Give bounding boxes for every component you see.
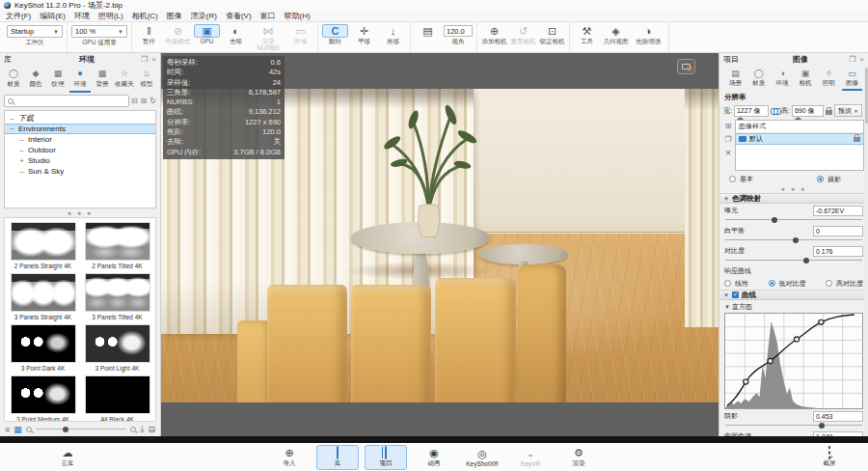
undock-icon[interactable]: ❐: [849, 55, 855, 64]
panel-splitter[interactable]: ● ● ●: [719, 185, 868, 193]
menu-window[interactable]: 窗口: [260, 11, 276, 21]
env-thumb-3-point-light[interactable]: 3 Point Light 4K: [81, 324, 153, 375]
exposure-slider[interactable]: [725, 216, 862, 224]
menu-view[interactable]: 查看(V): [226, 11, 252, 21]
menu-lighting[interactable]: 照明(L): [98, 11, 123, 21]
preset-dropdown[interactable]: 预设▼: [834, 104, 862, 117]
tab-image[interactable]: ▭ 图像: [842, 67, 862, 91]
light-enhance-button[interactable]: ◑ 光能增强: [632, 24, 665, 44]
gpu-toggle-button[interactable]: ▣ GPU: [194, 24, 220, 44]
folder-icon[interactable]: ⊟: [148, 425, 155, 434]
folder-add-icon[interactable]: ⊟: [131, 97, 138, 105]
close-icon[interactable]: ×: [151, 55, 156, 64]
fov-input[interactable]: 120.0: [444, 25, 473, 37]
zoom-in-icon[interactable]: [130, 427, 136, 432]
camera-lock-indicator[interactable]: [677, 59, 695, 74]
realtime-viewport[interactable]: 每秒采样:0.6 时间:42s 采样值:24 三角形:6,178,587 NUR…: [161, 53, 719, 436]
tab-materials[interactable]: ◯ 材质: [3, 67, 24, 93]
gpu-usage-dropdown[interactable]: 100 %▼: [71, 25, 127, 38]
folder-sync-icon[interactable]: ⊞: [141, 97, 148, 105]
tumble-button[interactable]: C 翻转: [322, 24, 348, 44]
tree-item-outdoor[interactable]: ‒ Outdoor: [5, 145, 155, 155]
env-thumb-3-point-medium[interactable]: 3 Point Medium 4K: [7, 375, 79, 422]
refresh-icon[interactable]: ↻: [149, 97, 156, 105]
menu-edit[interactable]: 编辑(E): [40, 11, 66, 21]
exposure-input[interactable]: -0.672EV: [813, 206, 863, 216]
keyshotxr-button[interactable]: ◎ KeyShotXR: [461, 445, 503, 470]
tab-material[interactable]: ◯ 材质: [748, 67, 769, 91]
env-thumb-2-panels-straight[interactable]: 2 Panels Straight 4K: [7, 222, 79, 273]
width-input[interactable]: 1227 像素: [734, 105, 769, 117]
tab-lighting[interactable]: ✧ 照明: [819, 67, 839, 91]
render-nurbs-button[interactable]: ⋈ 渲染 NURBS: [252, 24, 285, 51]
zoom-out-icon[interactable]: [26, 427, 32, 432]
add-camera-button[interactable]: ⊕ 添加相机: [481, 24, 507, 44]
expander-icon[interactable]: −: [9, 124, 15, 134]
shadow-slider[interactable]: [725, 422, 862, 429]
lock-camera-button[interactable]: ⊡ 锁定相机: [539, 24, 565, 44]
menu-environment[interactable]: 环境: [74, 11, 90, 21]
tab-environments[interactable]: ● 环境: [69, 67, 91, 93]
library-toggle-button[interactable]: 库: [316, 445, 359, 470]
dolly-button[interactable]: ↓ 推移: [380, 24, 406, 44]
tools-button[interactable]: ⚒ 工具: [574, 24, 600, 44]
tree-item-studio[interactable]: + Studio: [5, 155, 155, 166]
performance-mode-button[interactable]: ⊘ 性能模式: [165, 24, 191, 44]
shadow-input[interactable]: 0.453: [813, 411, 863, 422]
style-item-default[interactable]: 默认: [736, 133, 863, 145]
radio-basic[interactable]: [729, 176, 736, 182]
region-render-button[interactable]: ▭ 区域: [287, 24, 313, 44]
tab-backplates[interactable]: ▩ 背景: [92, 67, 113, 93]
pan-button[interactable]: ✛ 平移: [351, 24, 377, 44]
tone-mapping-section[interactable]: ▼ 色调映射: [719, 193, 868, 204]
tab-textures[interactable]: ▦ 纹理: [47, 67, 68, 93]
contrast-slider[interactable]: [725, 257, 862, 264]
menu-image[interactable]: 图像: [167, 11, 182, 21]
thumbnail-size-slider[interactable]: [36, 429, 127, 429]
lock-resolution-icon[interactable]: [826, 110, 832, 115]
geometry-view-button[interactable]: ◈ 几何视图: [603, 24, 629, 44]
project-toggle-button[interactable]: 项目: [365, 445, 407, 470]
menu-help[interactable]: 帮助(H): [285, 11, 311, 21]
pause-button[interactable]: ‖ 暂停: [136, 24, 162, 44]
tab-models[interactable]: ♨ 模型: [136, 67, 157, 93]
env-thumb-3-panels-straight[interactable]: 3 Panels Straight 4K: [7, 273, 79, 324]
workspace-dropdown[interactable]: Startup▼: [7, 25, 63, 38]
project-scrollbar[interactable]: [864, 66, 868, 436]
tree-item-interior[interactable]: ‒ Interior: [5, 134, 155, 145]
menu-camera[interactable]: 相机(C): [132, 11, 158, 21]
tab-camera[interactable]: ▣ 相机: [796, 67, 816, 91]
tab-environment[interactable]: ◑ 环境: [772, 67, 792, 91]
denoise-button[interactable]: ◐ 去噪: [223, 24, 249, 44]
radio-low-contrast[interactable]: [769, 280, 775, 287]
curve-section[interactable]: ▼ ✓ 曲线: [719, 290, 868, 300]
env-thumb-3-point-dark[interactable]: 3 Point Dark 4K: [7, 324, 79, 375]
screenshot-button[interactable]: 截屏: [808, 445, 851, 470]
cloud-library-button[interactable]: ☁ 云库: [46, 445, 89, 470]
import-button[interactable]: ⊕ 导入: [268, 445, 311, 470]
env-thumb-2-panels-tilted[interactable]: 2 Panels Tilted 4K: [81, 222, 153, 273]
reset-camera-button[interactable]: ↺ 重置相机: [510, 24, 536, 44]
tree-item-downloads[interactable]: ‒ 下载: [5, 113, 155, 124]
add-style-button[interactable]: ⊞: [725, 122, 732, 130]
render-button[interactable]: ⚙ 渲染: [557, 445, 600, 470]
expander-icon[interactable]: +: [18, 155, 25, 166]
curve-checkbox[interactable]: ✓: [732, 291, 739, 298]
download-icon[interactable]: ⤓: [140, 424, 144, 434]
contrast-input[interactable]: 0.176: [813, 246, 863, 257]
grid-view-icon[interactable]: ▦: [14, 425, 22, 434]
radio-high-contrast[interactable]: [826, 280, 832, 287]
tab-colors[interactable]: ◆ 颜色: [25, 67, 46, 93]
delete-style-button[interactable]: ✕: [725, 149, 732, 157]
undock-icon[interactable]: ❐: [141, 55, 148, 64]
menu-render[interactable]: 渲染(R): [191, 11, 217, 21]
tree-item-environments[interactable]: − Environments: [5, 124, 155, 134]
tab-favorites[interactable]: ☆ 收藏夹: [114, 67, 135, 93]
histogram-curve-editor[interactable]: [724, 313, 863, 409]
radio-photographic[interactable]: [817, 176, 824, 182]
height-input[interactable]: 690 像素: [792, 105, 824, 117]
tab-scene[interactable]: ▤ 场景: [725, 67, 746, 91]
keyvr-button[interactable]: ◒ KeyVR: [509, 445, 552, 470]
search-input[interactable]: [4, 95, 129, 107]
panel-splitter[interactable]: ● ● ●: [0, 209, 160, 217]
